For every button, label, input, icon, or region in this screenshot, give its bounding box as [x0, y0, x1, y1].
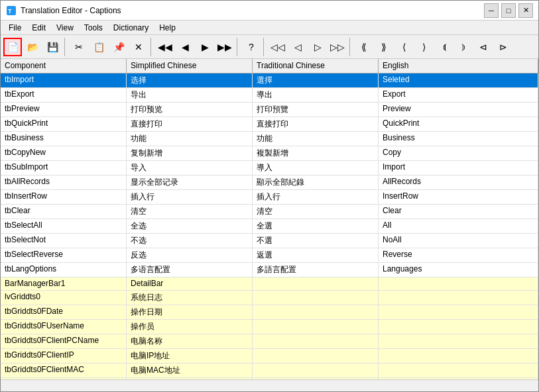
menu-item-view[interactable]: View	[51, 22, 79, 34]
table-row[interactable]: tbQuickPrint直接打印直接打印QuickPrint	[1, 117, 538, 132]
sep2	[150, 38, 153, 56]
cell-traditional: 直接打印	[253, 117, 379, 131]
cell-component: tbSelectReverse	[1, 248, 127, 262]
cell-component: lvGriddts0	[1, 291, 127, 305]
table-row[interactable]: tbSelectReverse反选返選Reverse	[1, 248, 538, 263]
cell-english: InsertRow	[379, 190, 538, 204]
minimize-button[interactable]: ─	[484, 3, 499, 18]
btn10[interactable]: ⟫	[375, 38, 393, 56]
btn4[interactable]: ▶▶	[215, 38, 234, 56]
btn15[interactable]: ⊲	[474, 38, 493, 56]
cell-english: QuickPrint	[379, 117, 538, 131]
cell-simplified: 电脑IP地址	[127, 349, 253, 363]
cell-english: Export	[379, 88, 538, 102]
btn13[interactable]: ⟬	[434, 38, 453, 56]
open-button[interactable]: 📂	[23, 38, 42, 56]
title-bar-controls: ─ □ ✕	[484, 3, 533, 18]
menu-item-help[interactable]: Help	[154, 22, 181, 34]
cell-traditional: 導入	[253, 161, 379, 175]
copy-button[interactable]: 📋	[90, 38, 108, 56]
btn5[interactable]: ◁◁	[269, 38, 287, 56]
cell-traditional: 導出	[253, 88, 379, 102]
help-button[interactable]: ?	[242, 38, 261, 56]
table-row[interactable]: tbImport选择選擇Seleted	[1, 74, 538, 88]
cell-english	[379, 291, 538, 305]
cell-simplified: 系统日志	[127, 291, 253, 305]
cell-simplified: 操作日期	[127, 305, 253, 319]
cell-english	[379, 305, 538, 319]
cell-english: Copy	[379, 146, 538, 160]
table-row[interactable]: tbGriddts0FUserName操作员	[1, 320, 538, 334]
new-button[interactable]: 📄	[3, 38, 22, 56]
close-button[interactable]: ✕	[518, 3, 533, 18]
table-row[interactable]: tbExport导出導出Export	[1, 88, 538, 103]
btn9[interactable]: ⟪	[355, 38, 373, 56]
title-bar: T Translation Editor - Captions ─ □ ✕	[1, 1, 538, 21]
menu-item-tools[interactable]: Tools	[79, 22, 108, 34]
btn7[interactable]: ▷	[308, 38, 327, 56]
table-row[interactable]: tbSelectNot不选不選NoAll	[1, 234, 538, 248]
col-simplified: Simplified Chinese	[127, 59, 253, 73]
cell-traditional	[253, 320, 379, 334]
cell-component: tbInsertRow	[1, 190, 127, 204]
btn2[interactable]: ◀	[176, 38, 194, 56]
cell-traditional: 插入行	[253, 190, 379, 204]
cell-traditional: 多語言配置	[253, 263, 379, 277]
btn8[interactable]: ▷▷	[328, 38, 347, 56]
table-row[interactable]: tbGriddts0FClientMAC电脑MAC地址	[1, 364, 538, 378]
cell-english	[379, 334, 538, 348]
table-row[interactable]: tbSubImport导入導入Import	[1, 161, 538, 175]
col-traditional: Traditional Chinese	[253, 59, 379, 73]
title-bar-left: T Translation Editor - Captions	[6, 5, 121, 16]
cell-component: tbQuickPrint	[1, 117, 127, 131]
cell-component: tbExport	[1, 88, 127, 102]
btn12[interactable]: ⟩	[414, 38, 433, 56]
table-row[interactable]: tbGriddts0FDate操作日期	[1, 305, 538, 320]
cell-simplified: 多语言配置	[127, 263, 253, 277]
cell-english: Seleted	[379, 74, 538, 87]
table-row[interactable]: tbGriddts0FClientPCName电脑名称	[1, 334, 538, 349]
status-bar	[1, 379, 538, 391]
cell-component: tbClear	[1, 205, 127, 219]
btn11[interactable]: ⟨	[394, 38, 413, 56]
save-button[interactable]: 💾	[43, 38, 62, 56]
cell-component: tbAllRecords	[1, 175, 127, 189]
table-row[interactable]: tbCopyNew复制新增複製新增Copy	[1, 146, 538, 161]
paste-button[interactable]: 📌	[109, 38, 128, 56]
table-row[interactable]: BarManagerBar1DetailBar	[1, 277, 538, 291]
table-row[interactable]: tbLangOptions多语言配置多語言配置Languages	[1, 263, 538, 277]
cell-simplified: 导出	[127, 88, 253, 102]
menu-item-file[interactable]: File	[3, 22, 27, 34]
table-row[interactable]: tbInsertRow插入行插入行InsertRow	[1, 190, 538, 205]
maximize-button[interactable]: □	[501, 3, 516, 18]
btn1[interactable]: ◀◀	[156, 38, 174, 56]
cell-english: Import	[379, 161, 538, 175]
btn3[interactable]: ▶	[196, 38, 214, 56]
table-body[interactable]: tbImport选择選擇SeletedtbExport导出導出ExporttbP…	[1, 74, 538, 379]
delete-button[interactable]: ✕	[129, 38, 148, 56]
btn16[interactable]: ⊳	[494, 38, 512, 56]
cell-traditional	[253, 364, 379, 377]
window-title: Translation Editor - Captions	[21, 6, 121, 15]
cell-traditional	[253, 349, 379, 363]
menu-item-edit[interactable]: Edit	[27, 22, 51, 34]
table-row[interactable]: tbPreview打印预览打印預覽Preview	[1, 103, 538, 117]
col-component: Component	[1, 59, 127, 73]
btn14[interactable]: ⟭	[454, 38, 473, 56]
toolbar: 📄📂💾✂📋📌✕◀◀◀▶▶▶?◁◁◁▷▷▷⟪⟫⟨⟩⟬⟭⊲⊳	[1, 35, 538, 59]
btn6[interactable]: ◁	[288, 38, 307, 56]
cell-traditional	[253, 277, 379, 290]
table-row[interactable]: lvGriddts0系统日志	[1, 291, 538, 305]
col-english: English	[379, 59, 538, 73]
table-row[interactable]: tbSelectAll全选全選All	[1, 219, 538, 234]
cut-button[interactable]: ✂	[70, 38, 88, 56]
table-row[interactable]: tbGriddts0FClientIP电脑IP地址	[1, 349, 538, 364]
table-row[interactable]: tbBusiness功能功能Business	[1, 132, 538, 146]
cell-simplified: 显示全部记录	[127, 175, 253, 189]
cell-component: tbLangOptions	[1, 263, 127, 277]
cell-traditional: 顯示全部紀錄	[253, 175, 379, 189]
menu-item-dictionary[interactable]: Dictionary	[108, 22, 154, 34]
table-row[interactable]: tbAllRecords显示全部记录顯示全部紀錄AllRecords	[1, 175, 538, 190]
cell-simplified: 反选	[127, 248, 253, 262]
table-row[interactable]: tbClear清空清空Clear	[1, 205, 538, 219]
